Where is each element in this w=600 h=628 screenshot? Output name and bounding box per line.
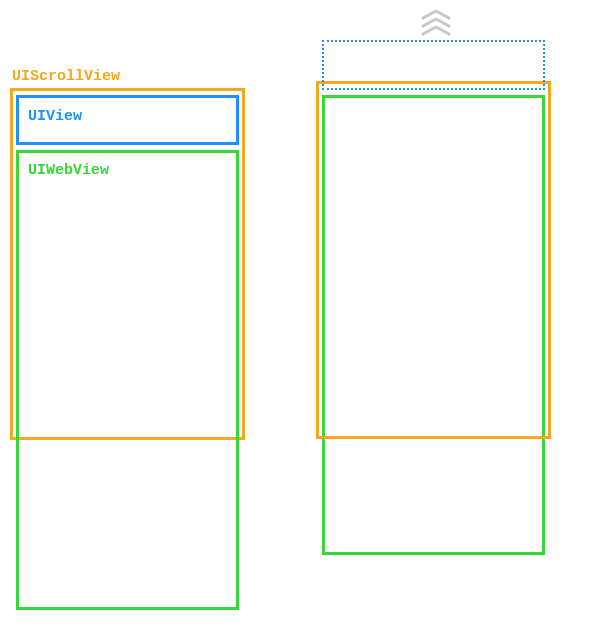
uiwebview-label-left: UIWebView — [28, 162, 109, 179]
uiscrollview-label-left: UIScrollView — [12, 68, 120, 85]
uiview-box-right — [322, 40, 545, 90]
uiwebview-box-left — [16, 150, 239, 610]
ios-scrollview-diagram: UIScrollView UIView UIWebView — [0, 0, 600, 628]
scroll-up-icon — [416, 8, 456, 36]
uiview-label-left: UIView — [28, 108, 82, 125]
uiscrollview-box-right — [316, 81, 551, 439]
